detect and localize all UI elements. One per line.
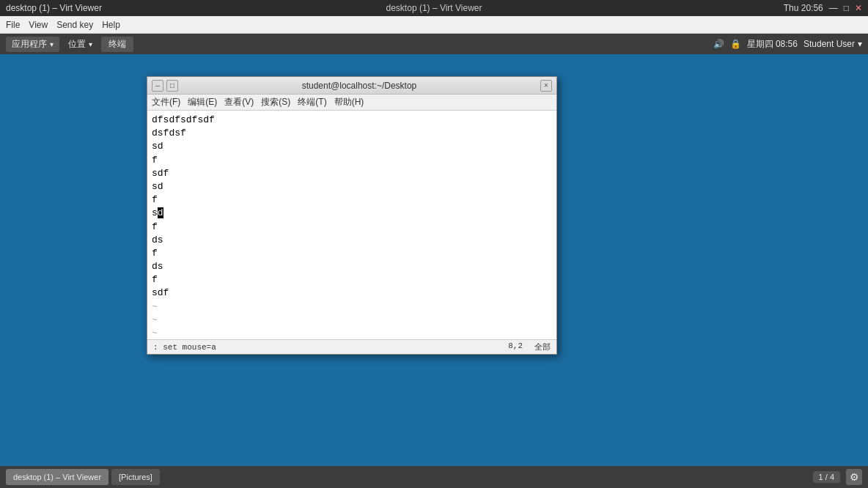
terminal-status-right: 8,2 全部 xyxy=(508,341,551,352)
host-app-label[interactable]: desktop (1) – Virt Viewer xyxy=(6,3,102,13)
host-title: desktop (1) – Virt Viewer xyxy=(386,3,482,13)
network-icon: 🔒 xyxy=(730,39,741,49)
menu-file[interactable]: File xyxy=(6,20,20,30)
terminal-line-16: ~ xyxy=(152,327,552,339)
taskbar-item-pictures[interactable]: [Pictures] xyxy=(111,469,160,485)
terminal-line-4: sdf xyxy=(152,167,552,180)
terminal-status-command: : set mouse=a xyxy=(153,343,508,352)
guest-panel: 应用程序 位置 终端 🔊 🔒 星期四 08:56 Student User ▾ xyxy=(0,34,868,54)
guest-terminal-btn[interactable]: 终端 xyxy=(101,37,133,52)
minimize-icon: – xyxy=(155,81,160,89)
titlebar-buttons: – □ xyxy=(152,80,178,92)
host-topbar-left: desktop (1) – Virt Viewer xyxy=(6,3,102,13)
terminal-line-15: ~ xyxy=(152,314,552,327)
maximize-icon: □ xyxy=(170,81,174,89)
terminal-line-13: sdf xyxy=(152,286,552,300)
terminal-line-3: f xyxy=(152,154,552,167)
menu-view[interactable]: View xyxy=(29,20,48,30)
terminal-titlebar: – □ student@localhost:~/Desktop × xyxy=(147,77,556,95)
terminal-line-8: f xyxy=(152,221,552,234)
terminal-line-0: dfsdfsdfsdf xyxy=(152,114,552,127)
terminal-line-6: f xyxy=(152,193,552,207)
guest-apps-menu[interactable]: 应用程序 xyxy=(6,37,59,52)
terminal-line-14: ~ xyxy=(152,300,552,314)
term-menu-view[interactable]: 查看(V) xyxy=(224,96,254,108)
terminal-line-5: sd xyxy=(152,180,552,193)
terminal-status-position: 8,2 xyxy=(508,341,523,352)
places-label: 位置 xyxy=(68,38,86,51)
guest-panel-left: 应用程序 位置 终端 xyxy=(6,37,133,52)
guest-panel-right: 🔊 🔒 星期四 08:56 Student User ▾ xyxy=(713,38,862,51)
terminal-window: – □ student@localhost:~/Desktop × 文件(F) … xyxy=(147,76,557,355)
term-menu-edit[interactable]: 编辑(E) xyxy=(188,96,217,108)
terminal-line-1: dsfdsf xyxy=(152,127,552,140)
host-time: Thu 20:56 xyxy=(784,3,823,13)
terminal-line-9: ds xyxy=(152,234,552,247)
terminal-line-7: sd xyxy=(152,207,552,220)
menu-help[interactable]: Help xyxy=(102,20,120,30)
settings-icon: ⚙ xyxy=(850,471,859,483)
taskbar-right: 1 / 4 ⚙ xyxy=(813,469,862,485)
terminal-line-2: sd xyxy=(152,140,552,153)
titlebar-maximize-btn[interactable]: □ xyxy=(166,80,178,92)
term-menu-terminal[interactable]: 终端(T) xyxy=(298,96,326,108)
guest-username: Student User xyxy=(803,39,855,49)
terminal-body[interactable]: dfsdfsdfsdf dsfdsf sd f sdf sd f sd f ds… xyxy=(147,111,556,339)
host-menubar: File View Send key Help xyxy=(0,16,868,34)
taskbar-settings-btn[interactable]: ⚙ xyxy=(846,469,862,485)
terminal-menubar: 文件(F) 编辑(E) 查看(V) 搜索(S) 终端(T) 帮助(H) xyxy=(147,95,556,111)
terminal-line-10: f xyxy=(152,247,552,260)
titlebar-close-btn[interactable]: × xyxy=(540,80,552,92)
menu-sendkey[interactable]: Send key xyxy=(56,20,93,30)
close-icon: × xyxy=(544,81,548,89)
page-indicator[interactable]: 1 / 4 xyxy=(813,471,840,483)
term-menu-help[interactable]: 帮助(H) xyxy=(334,96,364,108)
term-menu-file[interactable]: 文件(F) xyxy=(152,96,180,108)
user-dropdown-icon: ▾ xyxy=(858,39,862,49)
terminal-output: dfsdfsdfsdf dsfdsf sd f sdf sd f sd f ds… xyxy=(152,114,552,339)
host-close-btn[interactable]: ✕ xyxy=(855,3,862,13)
terminal-line-11: ds xyxy=(152,260,552,273)
host-minimize-btn[interactable]: — xyxy=(829,3,838,13)
taskbar-pictures-label: [Pictures] xyxy=(119,473,152,481)
guest-datetime: 星期四 08:56 xyxy=(747,38,798,51)
terminal-statusbar: : set mouse=a 8,2 全部 xyxy=(147,339,556,354)
sound-icon: 🔊 xyxy=(713,39,724,49)
terminal-label: 终端 xyxy=(108,39,126,49)
host-topbar-right: Thu 20:56 — □ ✕ xyxy=(784,3,862,13)
guest-places-menu[interactable]: 位置 xyxy=(62,37,98,52)
taskbar-virt-viewer-label: desktop (1) – Virt Viewer xyxy=(13,473,101,481)
taskbar-item-virt-viewer[interactable]: desktop (1) – Virt Viewer xyxy=(6,469,108,485)
host-maximize-btn[interactable]: □ xyxy=(844,3,849,13)
host-topbar: desktop (1) – Virt Viewer desktop (1) – … xyxy=(0,0,868,16)
desktop: home Trash xyxy=(0,54,868,466)
terminal-cursor: d xyxy=(158,207,163,218)
term-menu-search[interactable]: 搜索(S) xyxy=(261,96,290,108)
titlebar-minimize-btn[interactable]: – xyxy=(152,80,163,92)
terminal-line-12: f xyxy=(152,273,552,286)
terminal-status-mode: 全部 xyxy=(534,341,551,352)
vm-area: 应用程序 位置 终端 🔊 🔒 星期四 08:56 Student User ▾ xyxy=(0,34,868,466)
guest-user[interactable]: Student User ▾ xyxy=(803,39,862,49)
apps-label: 应用程序 xyxy=(12,38,47,51)
host-taskbar: desktop (1) – Virt Viewer [Pictures] 1 /… xyxy=(0,466,868,488)
terminal-title: student@localhost:~/Desktop xyxy=(178,81,540,91)
